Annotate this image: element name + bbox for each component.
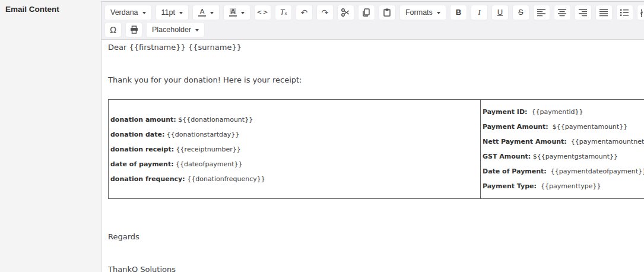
underline-icon: U — [497, 8, 503, 17]
bullet-list-button[interactable] — [616, 5, 633, 20]
bold-icon: B — [456, 8, 461, 17]
greeting-line: Dear {{firstname}} {{surname}} — [108, 43, 644, 52]
toolbar-row-1: Verdana 11pt A A <> Tx — [104, 4, 644, 21]
align-center-button[interactable] — [554, 5, 571, 20]
copy-button[interactable] — [358, 5, 375, 20]
italic-button[interactable]: I — [471, 5, 488, 20]
email-editor: Verdana 11pt A A <> Tx — [101, 1, 644, 272]
align-left-button[interactable] — [533, 5, 550, 20]
payment-type-line: Payment Type: {{paymenttype}} — [483, 182, 644, 190]
text-color-button[interactable]: A — [192, 5, 220, 20]
chevron-down-icon — [241, 12, 245, 14]
justify-button[interactable] — [595, 5, 613, 20]
cut-button[interactable] — [337, 5, 354, 20]
font-family-dropdown[interactable]: Verdana — [104, 5, 152, 20]
source-code-button[interactable]: <> — [254, 5, 271, 20]
chevron-down-icon — [179, 12, 183, 14]
intro-line: Thank you for your donation! Here is you… — [108, 75, 644, 84]
formats-label: Formats — [405, 8, 433, 17]
payment-details-cell: Payment ID: {{paymentid}} Payment Amount… — [481, 100, 644, 199]
payment-amount-line: Payment Amount: ${{paymentamount}} — [483, 123, 644, 131]
donation-receipt-line: donation receipt: {{receiptnumber}} — [110, 146, 478, 153]
italic-icon: I — [478, 8, 480, 17]
bullet-list-icon — [620, 8, 629, 17]
toolbar-row-2: Ω Placeholder — [104, 21, 644, 38]
special-character-icon: Ω — [110, 25, 116, 34]
table-row: donation amount: ${{donationamount}} don… — [109, 100, 644, 199]
placeholder-dropdown[interactable]: Placeholder — [146, 22, 205, 37]
donation-details-cell: donation amount: ${{donationamount}} don… — [109, 100, 481, 199]
paste-icon — [382, 8, 392, 17]
source-code-icon: <> — [256, 8, 268, 16]
align-left-icon — [537, 8, 546, 17]
numbered-list-button[interactable] — [637, 5, 644, 20]
align-right-button[interactable] — [575, 5, 592, 20]
date-of-payment-line: date of payment: {{dateofpayment}} — [110, 160, 478, 168]
formats-dropdown[interactable]: Formats — [399, 5, 446, 20]
cut-icon — [341, 8, 350, 17]
chevron-down-icon — [142, 12, 146, 14]
highlight-color-icon: A — [229, 8, 237, 17]
special-character-button[interactable]: Ω — [104, 22, 122, 37]
chevron-down-icon — [437, 12, 440, 14]
donation-date-line: donation date: {{donationstartday}} — [110, 131, 478, 138]
placeholder-label: Placeholder — [152, 26, 191, 34]
underline-button[interactable]: U — [491, 5, 509, 20]
text-color-icon: A — [198, 8, 206, 17]
signature-line: ThankQ Solutions — [108, 265, 644, 272]
bold-button[interactable]: B — [450, 5, 467, 20]
closing-line: Regards — [108, 232, 644, 241]
editor-toolbar: Verdana 11pt A A <> Tx — [101, 2, 644, 39]
gst-amount-line: GST Amount: ${{paymentgstamount}} — [483, 153, 644, 160]
chevron-down-icon — [195, 29, 199, 31]
email-content-field-label: Email Content — [5, 5, 59, 14]
redo-button[interactable]: ↷ — [316, 5, 334, 20]
clear-formatting-button[interactable]: Tx — [275, 5, 292, 20]
payment-id-line: Payment ID: {{paymentid}} — [483, 108, 644, 116]
receipt-table: donation amount: ${{donationamount}} don… — [108, 99, 644, 199]
donation-frequency-line: donation frequency: {{donationfrequency}… — [110, 175, 478, 183]
align-center-icon — [557, 8, 567, 17]
nett-payment-amount-line: Nett Payment Amount: {{paymentamountnett… — [483, 138, 644, 146]
align-right-icon — [578, 8, 588, 17]
undo-button[interactable]: ↶ — [296, 5, 313, 20]
font-size-dropdown[interactable]: 11pt — [156, 5, 189, 20]
strikethrough-icon: S — [518, 8, 524, 17]
paste-button[interactable] — [379, 5, 396, 20]
redo-icon: ↷ — [322, 8, 329, 17]
print-icon — [129, 25, 139, 34]
chevron-down-icon — [210, 12, 214, 14]
email-body[interactable]: Dear {{firstname}} {{surname}} Thank you… — [101, 40, 644, 272]
payment-date-line: Date of Payment: {{paymentdateofpayment}… — [483, 167, 644, 175]
clear-formatting-icon: Tx — [280, 8, 287, 17]
font-family-value: Verdana — [110, 8, 138, 17]
numbered-list-icon — [640, 8, 644, 17]
print-button[interactable] — [125, 22, 142, 37]
undo-icon: ↶ — [301, 8, 308, 17]
justify-icon — [599, 8, 608, 17]
font-size-value: 11pt — [161, 8, 175, 17]
donation-amount-line: donation amount: ${{donationamount}} — [110, 116, 478, 124]
copy-icon — [361, 8, 371, 17]
strikethrough-button[interactable]: S — [512, 5, 529, 20]
highlight-color-button[interactable]: A — [223, 5, 250, 20]
